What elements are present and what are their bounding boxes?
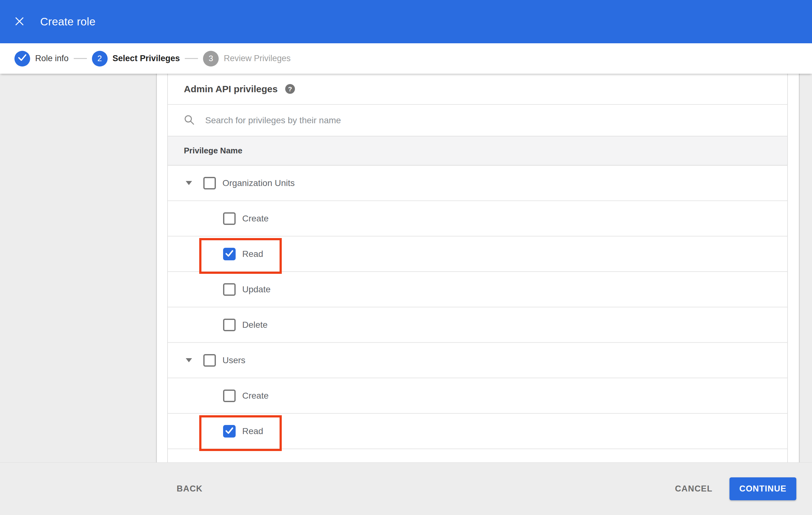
table-header-row: Privilege Name [168,136,787,165]
privilege-row-users[interactable]: Users [168,343,787,378]
stepper: Role info 2 Select Privileges 3 Review P… [0,43,812,74]
search-input[interactable] [205,115,787,126]
step-complete-circle [14,51,30,66]
step-select-privileges[interactable]: 2 Select Privileges [92,51,180,66]
step-number-circle: 3 [203,51,219,66]
step-label: Select Privileges [113,54,180,63]
dialog-header: Create role [0,0,812,43]
checkmark-icon [223,247,236,261]
search-row [168,105,787,136]
checkbox-read-checked[interactable] [223,248,236,260]
right-gutter [799,74,812,462]
search-icon [183,114,195,127]
cancel-button[interactable]: CANCEL [675,484,713,494]
privileges-pane: Admin API privileges Privilege Name Orga… [167,74,788,462]
section-heading-row: Admin API privileges [168,74,787,105]
close-button[interactable] [14,16,25,27]
annotation-highlight-box [199,415,282,451]
privilege-label: Users [223,355,245,365]
privilege-label: Create [242,214,268,223]
checkbox-update[interactable] [223,283,236,296]
privilege-row-create[interactable]: Create [168,201,787,237]
checkbox-organization-units[interactable] [203,177,216,189]
privilege-label: Create [242,391,268,401]
dialog-footer: BACK CANCEL CONTINUE [0,462,812,515]
privilege-label: Delete [242,320,268,330]
annotation-highlight-box [199,238,282,274]
back-button[interactable]: BACK [177,484,203,494]
left-sidebar [0,74,157,462]
checkbox-users-create[interactable] [223,390,236,402]
collapse-triangle-icon[interactable] [186,358,192,362]
stepper-connector [74,58,87,59]
privilege-row-update[interactable]: Update [168,272,787,307]
dialog-title: Create role [40,16,95,28]
privilege-label: Organization Units [223,178,295,188]
footer-actions: CANCEL CONTINUE [675,477,796,500]
checkbox-create[interactable] [223,212,236,225]
check-icon [14,50,30,67]
privilege-row-read[interactable]: Read [168,237,787,272]
column-header-privilege-name: Privilege Name [184,146,242,156]
privilege-row-users-create[interactable]: Create [168,378,787,414]
section-title: Admin API privileges [184,84,278,94]
privilege-label: Update [242,284,270,295]
step-label: Role info [35,54,69,63]
step-label: Review Privileges [224,54,291,63]
privilege-row-organization-units[interactable]: Organization Units [168,165,787,201]
step-number-circle: 2 [92,51,108,66]
checkbox-users[interactable] [203,354,216,367]
dialog-body: Admin API privileges Privilege Name Orga… [0,74,812,462]
close-icon [14,16,25,28]
privilege-row-users-read[interactable]: Read [168,414,787,449]
stepper-connector [185,58,198,59]
continue-button[interactable]: CONTINUE [729,477,796,500]
privilege-label: Read [242,426,263,436]
checkbox-users-read-checked[interactable] [223,425,236,437]
checkbox-delete[interactable] [223,319,236,331]
step-review-privileges[interactable]: 3 Review Privileges [203,51,291,66]
privilege-label: Read [242,249,263,259]
checkmark-icon [223,424,236,438]
help-icon[interactable] [285,84,295,94]
collapse-triangle-icon[interactable] [186,181,192,185]
step-role-info[interactable]: Role info [14,51,69,66]
privilege-row-delete[interactable]: Delete [168,307,787,343]
